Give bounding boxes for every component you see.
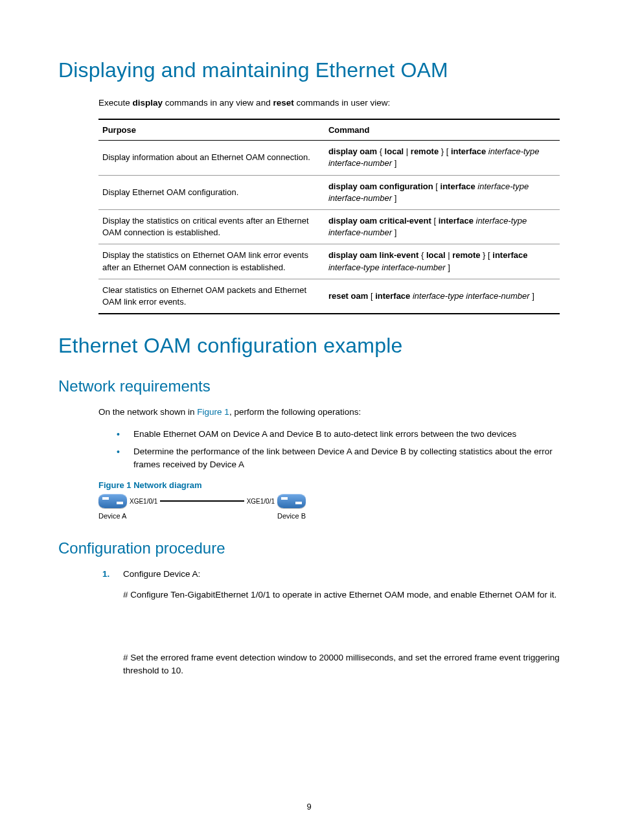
list-item: Enable Ethernet OAM on Device A and Devi… — [117, 428, 560, 441]
device-label-right: Device B — [277, 512, 306, 520]
device-label-left: Device A — [98, 512, 126, 520]
cell-purpose: Display the statistics on critical event… — [98, 210, 325, 244]
step-body-text: # Configure Ten-GigabitEthernet 1/0/1 to… — [123, 589, 560, 601]
cell-command: display oam { local | remote } [ interfa… — [325, 141, 560, 175]
requirements-list: Enable Ethernet OAM on Device A and Devi… — [117, 428, 560, 471]
procedure-steps: Configure Device A: — [98, 568, 560, 581]
heading-displaying-maintaining: Displaying and maintaining Ethernet OAM — [58, 58, 560, 82]
cell-command: reset oam [ interface interface-type int… — [325, 279, 560, 314]
cell-command: display oam configuration [ interface in… — [325, 175, 560, 209]
figure-1-link[interactable]: Figure 1 — [197, 407, 229, 417]
heading-config-example: Ethernet OAM configuration example — [58, 334, 560, 358]
figure-caption: Figure 1 Network diagram — [98, 480, 560, 490]
switch-icon — [98, 494, 127, 508]
col-header-command: Command — [325, 119, 560, 141]
cell-purpose: Display information about an Ethernet OA… — [98, 141, 325, 175]
port-label-right: XGE1/0/1 — [247, 498, 275, 505]
cell-purpose: Display Ethernet OAM configuration. — [98, 175, 325, 209]
table-row: Display the statistics on critical event… — [98, 210, 560, 244]
table-row: Clear statistics on Ethernet OAM packets… — [98, 279, 560, 314]
link-line-icon — [160, 500, 244, 502]
table-row: Display information about an Ethernet OA… — [98, 141, 560, 175]
step-item: Configure Device A: — [117, 568, 560, 581]
net-req-intro: On the network shown in Figure 1, perfor… — [98, 406, 560, 419]
heading-network-requirements: Network requirements — [58, 377, 560, 395]
list-item: Determine the performance of the link be… — [117, 445, 560, 472]
page-number: 9 — [0, 802, 618, 811]
commands-table: Purpose Command Display information abou… — [98, 119, 560, 314]
cell-purpose: Display the statistics on Ethernet OAM l… — [98, 244, 325, 279]
switch-icon — [277, 494, 306, 508]
step-body-text: # Set the errored frame event detection … — [123, 651, 560, 678]
heading-config-procedure: Configuration procedure — [58, 539, 560, 557]
network-diagram: XGE1/0/1 XGE1/0/1 Device A Device B — [98, 494, 306, 520]
cell-command: display oam critical-event [ interface i… — [325, 210, 560, 244]
table-row: Display Ethernet OAM configuration. disp… — [98, 175, 560, 209]
col-header-purpose: Purpose — [98, 119, 325, 141]
port-label-left: XGE1/0/1 — [130, 498, 157, 505]
cell-command: display oam link-event { local | remote … — [325, 244, 560, 279]
intro-paragraph: Execute display commands in any view and… — [98, 97, 560, 110]
table-row: Display the statistics on Ethernet OAM l… — [98, 244, 560, 279]
cell-purpose: Clear statistics on Ethernet OAM packets… — [98, 279, 325, 314]
